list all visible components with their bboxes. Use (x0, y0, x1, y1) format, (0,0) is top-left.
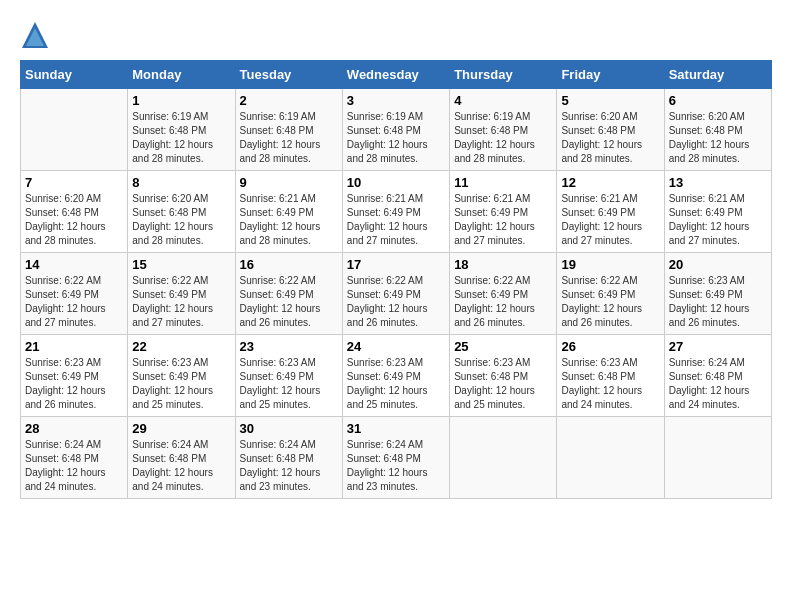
day-info: Sunrise: 6:21 AMSunset: 6:49 PMDaylight:… (561, 192, 659, 248)
day-number: 2 (240, 93, 338, 108)
day-number: 22 (132, 339, 230, 354)
day-info: Sunrise: 6:23 AMSunset: 6:49 PMDaylight:… (25, 356, 123, 412)
calendar-table: SundayMondayTuesdayWednesdayThursdayFrid… (20, 60, 772, 499)
day-info: Sunrise: 6:21 AMSunset: 6:49 PMDaylight:… (454, 192, 552, 248)
calendar-cell: 1Sunrise: 6:19 AMSunset: 6:48 PMDaylight… (128, 89, 235, 171)
calendar-cell (450, 417, 557, 499)
column-header-sunday: Sunday (21, 61, 128, 89)
calendar-cell: 23Sunrise: 6:23 AMSunset: 6:49 PMDayligh… (235, 335, 342, 417)
calendar-cell: 4Sunrise: 6:19 AMSunset: 6:48 PMDaylight… (450, 89, 557, 171)
column-header-thursday: Thursday (450, 61, 557, 89)
day-number: 11 (454, 175, 552, 190)
calendar-cell: 2Sunrise: 6:19 AMSunset: 6:48 PMDaylight… (235, 89, 342, 171)
day-number: 29 (132, 421, 230, 436)
calendar-cell: 25Sunrise: 6:23 AMSunset: 6:48 PMDayligh… (450, 335, 557, 417)
day-info: Sunrise: 6:22 AMSunset: 6:49 PMDaylight:… (347, 274, 445, 330)
day-info: Sunrise: 6:22 AMSunset: 6:49 PMDaylight:… (240, 274, 338, 330)
calendar-cell: 14Sunrise: 6:22 AMSunset: 6:49 PMDayligh… (21, 253, 128, 335)
day-info: Sunrise: 6:23 AMSunset: 6:49 PMDaylight:… (347, 356, 445, 412)
day-info: Sunrise: 6:23 AMSunset: 6:48 PMDaylight:… (454, 356, 552, 412)
calendar-cell: 28Sunrise: 6:24 AMSunset: 6:48 PMDayligh… (21, 417, 128, 499)
day-info: Sunrise: 6:24 AMSunset: 6:48 PMDaylight:… (669, 356, 767, 412)
day-number: 26 (561, 339, 659, 354)
calendar-cell: 21Sunrise: 6:23 AMSunset: 6:49 PMDayligh… (21, 335, 128, 417)
calendar-cell (557, 417, 664, 499)
calendar-week-4: 21Sunrise: 6:23 AMSunset: 6:49 PMDayligh… (21, 335, 772, 417)
logo-icon (20, 20, 50, 50)
calendar-header-row: SundayMondayTuesdayWednesdayThursdayFrid… (21, 61, 772, 89)
day-info: Sunrise: 6:21 AMSunset: 6:49 PMDaylight:… (669, 192, 767, 248)
day-number: 7 (25, 175, 123, 190)
day-info: Sunrise: 6:22 AMSunset: 6:49 PMDaylight:… (25, 274, 123, 330)
day-number: 17 (347, 257, 445, 272)
day-number: 27 (669, 339, 767, 354)
day-number: 13 (669, 175, 767, 190)
day-info: Sunrise: 6:20 AMSunset: 6:48 PMDaylight:… (132, 192, 230, 248)
day-number: 18 (454, 257, 552, 272)
day-number: 5 (561, 93, 659, 108)
day-number: 8 (132, 175, 230, 190)
calendar-cell: 17Sunrise: 6:22 AMSunset: 6:49 PMDayligh… (342, 253, 449, 335)
day-number: 23 (240, 339, 338, 354)
day-info: Sunrise: 6:19 AMSunset: 6:48 PMDaylight:… (347, 110, 445, 166)
calendar-cell: 27Sunrise: 6:24 AMSunset: 6:48 PMDayligh… (664, 335, 771, 417)
calendar-cell: 29Sunrise: 6:24 AMSunset: 6:48 PMDayligh… (128, 417, 235, 499)
day-number: 1 (132, 93, 230, 108)
day-info: Sunrise: 6:22 AMSunset: 6:49 PMDaylight:… (561, 274, 659, 330)
day-number: 31 (347, 421, 445, 436)
day-number: 10 (347, 175, 445, 190)
calendar-cell: 31Sunrise: 6:24 AMSunset: 6:48 PMDayligh… (342, 417, 449, 499)
day-info: Sunrise: 6:22 AMSunset: 6:49 PMDaylight:… (454, 274, 552, 330)
calendar-body: 1Sunrise: 6:19 AMSunset: 6:48 PMDaylight… (21, 89, 772, 499)
day-info: Sunrise: 6:23 AMSunset: 6:48 PMDaylight:… (561, 356, 659, 412)
calendar-cell: 20Sunrise: 6:23 AMSunset: 6:49 PMDayligh… (664, 253, 771, 335)
day-info: Sunrise: 6:23 AMSunset: 6:49 PMDaylight:… (669, 274, 767, 330)
day-info: Sunrise: 6:21 AMSunset: 6:49 PMDaylight:… (347, 192, 445, 248)
day-info: Sunrise: 6:24 AMSunset: 6:48 PMDaylight:… (347, 438, 445, 494)
day-info: Sunrise: 6:22 AMSunset: 6:49 PMDaylight:… (132, 274, 230, 330)
calendar-cell: 6Sunrise: 6:20 AMSunset: 6:48 PMDaylight… (664, 89, 771, 171)
day-info: Sunrise: 6:20 AMSunset: 6:48 PMDaylight:… (25, 192, 123, 248)
calendar-cell: 16Sunrise: 6:22 AMSunset: 6:49 PMDayligh… (235, 253, 342, 335)
calendar-cell: 26Sunrise: 6:23 AMSunset: 6:48 PMDayligh… (557, 335, 664, 417)
calendar-cell: 5Sunrise: 6:20 AMSunset: 6:48 PMDaylight… (557, 89, 664, 171)
column-header-saturday: Saturday (664, 61, 771, 89)
day-number: 24 (347, 339, 445, 354)
calendar-cell: 13Sunrise: 6:21 AMSunset: 6:49 PMDayligh… (664, 171, 771, 253)
day-info: Sunrise: 6:24 AMSunset: 6:48 PMDaylight:… (240, 438, 338, 494)
calendar-cell: 18Sunrise: 6:22 AMSunset: 6:49 PMDayligh… (450, 253, 557, 335)
calendar-cell: 22Sunrise: 6:23 AMSunset: 6:49 PMDayligh… (128, 335, 235, 417)
calendar-cell: 11Sunrise: 6:21 AMSunset: 6:49 PMDayligh… (450, 171, 557, 253)
calendar-cell: 3Sunrise: 6:19 AMSunset: 6:48 PMDaylight… (342, 89, 449, 171)
calendar-cell: 9Sunrise: 6:21 AMSunset: 6:49 PMDaylight… (235, 171, 342, 253)
day-info: Sunrise: 6:19 AMSunset: 6:48 PMDaylight:… (240, 110, 338, 166)
calendar-cell: 30Sunrise: 6:24 AMSunset: 6:48 PMDayligh… (235, 417, 342, 499)
day-number: 3 (347, 93, 445, 108)
day-info: Sunrise: 6:24 AMSunset: 6:48 PMDaylight:… (25, 438, 123, 494)
column-header-wednesday: Wednesday (342, 61, 449, 89)
calendar-cell: 10Sunrise: 6:21 AMSunset: 6:49 PMDayligh… (342, 171, 449, 253)
day-number: 4 (454, 93, 552, 108)
column-header-monday: Monday (128, 61, 235, 89)
day-number: 30 (240, 421, 338, 436)
calendar-cell (21, 89, 128, 171)
calendar-cell: 7Sunrise: 6:20 AMSunset: 6:48 PMDaylight… (21, 171, 128, 253)
day-number: 14 (25, 257, 123, 272)
calendar-week-5: 28Sunrise: 6:24 AMSunset: 6:48 PMDayligh… (21, 417, 772, 499)
calendar-week-3: 14Sunrise: 6:22 AMSunset: 6:49 PMDayligh… (21, 253, 772, 335)
calendar-cell: 24Sunrise: 6:23 AMSunset: 6:49 PMDayligh… (342, 335, 449, 417)
day-number: 28 (25, 421, 123, 436)
day-info: Sunrise: 6:20 AMSunset: 6:48 PMDaylight:… (669, 110, 767, 166)
calendar-cell: 15Sunrise: 6:22 AMSunset: 6:49 PMDayligh… (128, 253, 235, 335)
day-info: Sunrise: 6:23 AMSunset: 6:49 PMDaylight:… (240, 356, 338, 412)
calendar-cell (664, 417, 771, 499)
day-info: Sunrise: 6:23 AMSunset: 6:49 PMDaylight:… (132, 356, 230, 412)
day-number: 21 (25, 339, 123, 354)
calendar-week-2: 7Sunrise: 6:20 AMSunset: 6:48 PMDaylight… (21, 171, 772, 253)
day-number: 25 (454, 339, 552, 354)
calendar-cell: 8Sunrise: 6:20 AMSunset: 6:48 PMDaylight… (128, 171, 235, 253)
day-info: Sunrise: 6:24 AMSunset: 6:48 PMDaylight:… (132, 438, 230, 494)
calendar-cell: 19Sunrise: 6:22 AMSunset: 6:49 PMDayligh… (557, 253, 664, 335)
column-header-tuesday: Tuesday (235, 61, 342, 89)
day-number: 15 (132, 257, 230, 272)
